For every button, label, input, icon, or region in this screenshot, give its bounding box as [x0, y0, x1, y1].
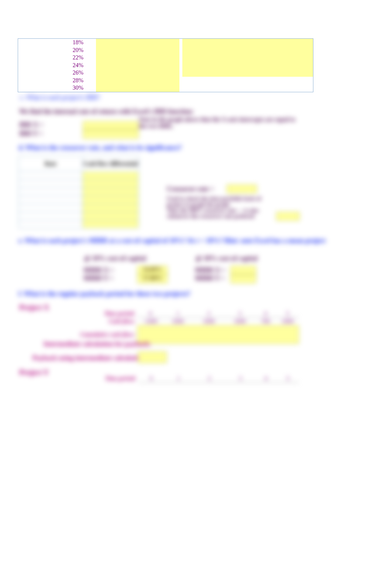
crossover-hdr-diff: Cash flow differential: [83, 156, 139, 172]
mirr-y-val-l: 17.00%: [137, 275, 168, 283]
mirr-y-r: MIRR Y =: [195, 275, 225, 282]
project-x-years: Time period: 0 1 2 3 4 5 Cash flow: -100…: [18, 310, 299, 344]
d-expl-3: Thus the MPV crossover rate — is also: [167, 207, 278, 214]
mirr-x-val-l: 14.60%: [137, 266, 168, 275]
payback-val: [138, 351, 167, 363]
mirr-y-val-r: [230, 275, 256, 283]
mirr-y-l: MIRR Y =: [83, 275, 113, 282]
question-e: e. What is each project's MIRR at a cost…: [18, 237, 326, 245]
crossover-value: [227, 184, 257, 193]
d-expl-4: whenever the crossover rate prefered: [167, 213, 278, 220]
irr-x-value: [83, 121, 139, 130]
mirr-x-l: MIRR X =: [83, 266, 114, 274]
time-period-y: Time period:: [18, 375, 138, 383]
question-f: f. What is the regular payback period fo…: [18, 290, 190, 298]
d-expl-1: Used to check the data portfolio basis o…: [167, 196, 278, 202]
c-explain: We find the internal rate of return with…: [19, 108, 194, 115]
irr-y-label: IRR Y =: [19, 130, 43, 138]
cum-cf-strip: [137, 325, 299, 344]
time-period: Time period:: [18, 310, 137, 318]
e-left-head: @ 10% cost of capital: [84, 255, 146, 262]
irr-y-value: [83, 130, 139, 139]
c-note: Note in the graph above that the X-axis …: [139, 116, 301, 130]
crossover-table: Rate Cash flow differential: [18, 156, 139, 228]
mirr-x-r: MIRR X =: [195, 266, 225, 274]
crossover-label: Crossover rate =: [167, 185, 214, 193]
interm-calc: Intermediate calculation for payback:: [44, 340, 151, 348]
cash-flow: Cash flow:: [18, 318, 137, 325]
d-ans-chip: [276, 212, 300, 221]
d-expl-2: project to graph the graph: [167, 201, 278, 208]
mirr-x-val-r: [230, 266, 256, 275]
question-d: d. What is the crossover rate, and what …: [18, 144, 182, 152]
project-y-years: Time period: 0 1 2 3 4 5: [18, 375, 299, 383]
payback-using: Payback using intermediate calculations:: [32, 354, 149, 362]
irr-x-label: IRR X =: [19, 121, 43, 129]
blurred-content: c. What is each project's IRR? We find t…: [0, 0, 392, 576]
e-right-head: @ 18% cost of capital: [196, 255, 258, 262]
question-c: c. What is each project's IRR?: [20, 94, 100, 101]
crossover-hdr-rate: Rate: [19, 156, 83, 172]
